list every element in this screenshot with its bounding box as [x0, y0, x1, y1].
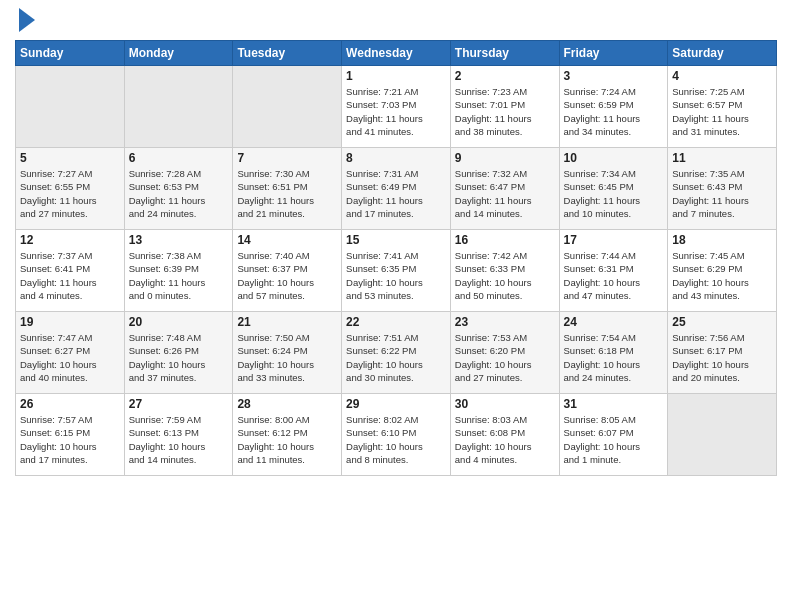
- day-info: Sunrise: 7:30 AM Sunset: 6:51 PM Dayligh…: [237, 167, 337, 220]
- calendar-cell: 4Sunrise: 7:25 AM Sunset: 6:57 PM Daylig…: [668, 66, 777, 148]
- day-number: 12: [20, 233, 120, 247]
- day-info: Sunrise: 7:25 AM Sunset: 6:57 PM Dayligh…: [672, 85, 772, 138]
- calendar-cell: 28Sunrise: 8:00 AM Sunset: 6:12 PM Dayli…: [233, 394, 342, 476]
- logo: [15, 10, 35, 32]
- calendar-cell: [668, 394, 777, 476]
- calendar-cell: 2Sunrise: 7:23 AM Sunset: 7:01 PM Daylig…: [450, 66, 559, 148]
- day-info: Sunrise: 8:05 AM Sunset: 6:07 PM Dayligh…: [564, 413, 664, 466]
- day-number: 16: [455, 233, 555, 247]
- day-info: Sunrise: 7:56 AM Sunset: 6:17 PM Dayligh…: [672, 331, 772, 384]
- calendar-cell: [124, 66, 233, 148]
- calendar-cell: 6Sunrise: 7:28 AM Sunset: 6:53 PM Daylig…: [124, 148, 233, 230]
- calendar-cell: 18Sunrise: 7:45 AM Sunset: 6:29 PM Dayli…: [668, 230, 777, 312]
- calendar-cell: 30Sunrise: 8:03 AM Sunset: 6:08 PM Dayli…: [450, 394, 559, 476]
- day-info: Sunrise: 7:23 AM Sunset: 7:01 PM Dayligh…: [455, 85, 555, 138]
- day-info: Sunrise: 7:53 AM Sunset: 6:20 PM Dayligh…: [455, 331, 555, 384]
- day-info: Sunrise: 7:45 AM Sunset: 6:29 PM Dayligh…: [672, 249, 772, 302]
- day-info: Sunrise: 7:38 AM Sunset: 6:39 PM Dayligh…: [129, 249, 229, 302]
- day-number: 21: [237, 315, 337, 329]
- calendar-cell: 5Sunrise: 7:27 AM Sunset: 6:55 PM Daylig…: [16, 148, 125, 230]
- day-info: Sunrise: 7:44 AM Sunset: 6:31 PM Dayligh…: [564, 249, 664, 302]
- calendar-cell: [16, 66, 125, 148]
- day-info: Sunrise: 7:37 AM Sunset: 6:41 PM Dayligh…: [20, 249, 120, 302]
- calendar-cell: 12Sunrise: 7:37 AM Sunset: 6:41 PM Dayli…: [16, 230, 125, 312]
- day-info: Sunrise: 7:42 AM Sunset: 6:33 PM Dayligh…: [455, 249, 555, 302]
- col-header-tuesday: Tuesday: [233, 41, 342, 66]
- calendar-week-1: 1Sunrise: 7:21 AM Sunset: 7:03 PM Daylig…: [16, 66, 777, 148]
- calendar-cell: 29Sunrise: 8:02 AM Sunset: 6:10 PM Dayli…: [342, 394, 451, 476]
- day-number: 29: [346, 397, 446, 411]
- day-number: 1: [346, 69, 446, 83]
- day-number: 9: [455, 151, 555, 165]
- day-info: Sunrise: 8:03 AM Sunset: 6:08 PM Dayligh…: [455, 413, 555, 466]
- day-number: 14: [237, 233, 337, 247]
- calendar-cell: 15Sunrise: 7:41 AM Sunset: 6:35 PM Dayli…: [342, 230, 451, 312]
- day-info: Sunrise: 7:51 AM Sunset: 6:22 PM Dayligh…: [346, 331, 446, 384]
- calendar-cell: 26Sunrise: 7:57 AM Sunset: 6:15 PM Dayli…: [16, 394, 125, 476]
- col-header-friday: Friday: [559, 41, 668, 66]
- calendar-cell: 10Sunrise: 7:34 AM Sunset: 6:45 PM Dayli…: [559, 148, 668, 230]
- calendar-cell: 31Sunrise: 8:05 AM Sunset: 6:07 PM Dayli…: [559, 394, 668, 476]
- col-header-thursday: Thursday: [450, 41, 559, 66]
- day-number: 7: [237, 151, 337, 165]
- calendar-week-5: 26Sunrise: 7:57 AM Sunset: 6:15 PM Dayli…: [16, 394, 777, 476]
- day-number: 6: [129, 151, 229, 165]
- day-number: 31: [564, 397, 664, 411]
- day-number: 5: [20, 151, 120, 165]
- day-number: 25: [672, 315, 772, 329]
- day-info: Sunrise: 7:34 AM Sunset: 6:45 PM Dayligh…: [564, 167, 664, 220]
- calendar-week-4: 19Sunrise: 7:47 AM Sunset: 6:27 PM Dayli…: [16, 312, 777, 394]
- day-info: Sunrise: 7:50 AM Sunset: 6:24 PM Dayligh…: [237, 331, 337, 384]
- day-number: 22: [346, 315, 446, 329]
- day-info: Sunrise: 7:31 AM Sunset: 6:49 PM Dayligh…: [346, 167, 446, 220]
- day-number: 2: [455, 69, 555, 83]
- calendar-cell: 9Sunrise: 7:32 AM Sunset: 6:47 PM Daylig…: [450, 148, 559, 230]
- col-header-sunday: Sunday: [16, 41, 125, 66]
- day-info: Sunrise: 7:28 AM Sunset: 6:53 PM Dayligh…: [129, 167, 229, 220]
- day-info: Sunrise: 7:40 AM Sunset: 6:37 PM Dayligh…: [237, 249, 337, 302]
- day-info: Sunrise: 7:21 AM Sunset: 7:03 PM Dayligh…: [346, 85, 446, 138]
- day-number: 4: [672, 69, 772, 83]
- calendar-cell: 7Sunrise: 7:30 AM Sunset: 6:51 PM Daylig…: [233, 148, 342, 230]
- day-info: Sunrise: 7:47 AM Sunset: 6:27 PM Dayligh…: [20, 331, 120, 384]
- day-number: 26: [20, 397, 120, 411]
- day-number: 24: [564, 315, 664, 329]
- day-info: Sunrise: 7:41 AM Sunset: 6:35 PM Dayligh…: [346, 249, 446, 302]
- calendar-cell: 27Sunrise: 7:59 AM Sunset: 6:13 PM Dayli…: [124, 394, 233, 476]
- day-number: 11: [672, 151, 772, 165]
- calendar-cell: 14Sunrise: 7:40 AM Sunset: 6:37 PM Dayli…: [233, 230, 342, 312]
- calendar-cell: 23Sunrise: 7:53 AM Sunset: 6:20 PM Dayli…: [450, 312, 559, 394]
- day-info: Sunrise: 7:57 AM Sunset: 6:15 PM Dayligh…: [20, 413, 120, 466]
- day-info: Sunrise: 7:24 AM Sunset: 6:59 PM Dayligh…: [564, 85, 664, 138]
- day-info: Sunrise: 7:35 AM Sunset: 6:43 PM Dayligh…: [672, 167, 772, 220]
- calendar-cell: 16Sunrise: 7:42 AM Sunset: 6:33 PM Dayli…: [450, 230, 559, 312]
- page: SundayMondayTuesdayWednesdayThursdayFrid…: [0, 0, 792, 612]
- calendar-week-2: 5Sunrise: 7:27 AM Sunset: 6:55 PM Daylig…: [16, 148, 777, 230]
- calendar-cell: 25Sunrise: 7:56 AM Sunset: 6:17 PM Dayli…: [668, 312, 777, 394]
- day-number: 28: [237, 397, 337, 411]
- calendar-cell: 20Sunrise: 7:48 AM Sunset: 6:26 PM Dayli…: [124, 312, 233, 394]
- header: [15, 10, 777, 32]
- day-number: 30: [455, 397, 555, 411]
- day-info: Sunrise: 7:32 AM Sunset: 6:47 PM Dayligh…: [455, 167, 555, 220]
- calendar-cell: 22Sunrise: 7:51 AM Sunset: 6:22 PM Dayli…: [342, 312, 451, 394]
- calendar-table: SundayMondayTuesdayWednesdayThursdayFrid…: [15, 40, 777, 476]
- calendar-week-3: 12Sunrise: 7:37 AM Sunset: 6:41 PM Dayli…: [16, 230, 777, 312]
- col-header-saturday: Saturday: [668, 41, 777, 66]
- calendar-cell: 11Sunrise: 7:35 AM Sunset: 6:43 PM Dayli…: [668, 148, 777, 230]
- calendar-cell: 19Sunrise: 7:47 AM Sunset: 6:27 PM Dayli…: [16, 312, 125, 394]
- day-info: Sunrise: 8:00 AM Sunset: 6:12 PM Dayligh…: [237, 413, 337, 466]
- day-info: Sunrise: 8:02 AM Sunset: 6:10 PM Dayligh…: [346, 413, 446, 466]
- day-number: 20: [129, 315, 229, 329]
- day-number: 17: [564, 233, 664, 247]
- day-number: 3: [564, 69, 664, 83]
- calendar-cell: 21Sunrise: 7:50 AM Sunset: 6:24 PM Dayli…: [233, 312, 342, 394]
- calendar-cell: 3Sunrise: 7:24 AM Sunset: 6:59 PM Daylig…: [559, 66, 668, 148]
- calendar-cell: 1Sunrise: 7:21 AM Sunset: 7:03 PM Daylig…: [342, 66, 451, 148]
- calendar-cell: 8Sunrise: 7:31 AM Sunset: 6:49 PM Daylig…: [342, 148, 451, 230]
- calendar-cell: 24Sunrise: 7:54 AM Sunset: 6:18 PM Dayli…: [559, 312, 668, 394]
- day-info: Sunrise: 7:48 AM Sunset: 6:26 PM Dayligh…: [129, 331, 229, 384]
- day-number: 15: [346, 233, 446, 247]
- day-number: 18: [672, 233, 772, 247]
- calendar-cell: 17Sunrise: 7:44 AM Sunset: 6:31 PM Dayli…: [559, 230, 668, 312]
